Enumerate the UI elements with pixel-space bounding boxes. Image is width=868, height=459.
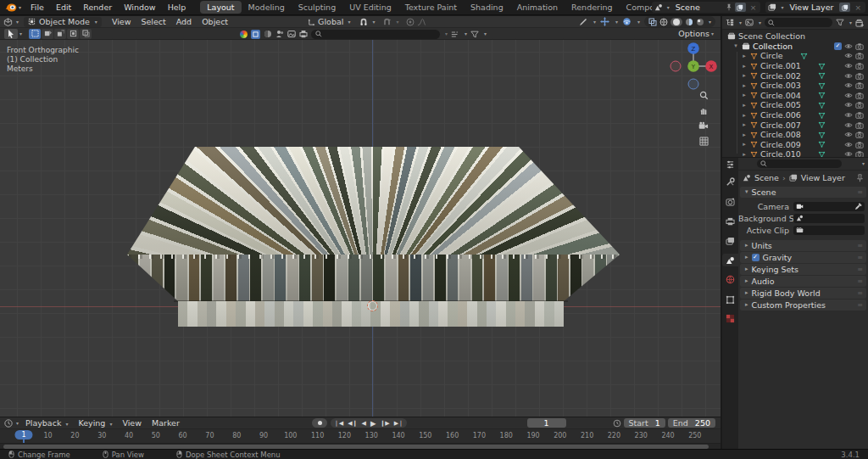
tab-scene[interactable] [722,254,738,266]
disable-render-camera-icon[interactable] [855,42,864,50]
disclosure-icon[interactable]: ▸ [741,92,748,98]
editor-type-icon[interactable] [3,18,13,26]
breadcrumb-scene[interactable]: Scene [754,173,779,182]
disclosure-icon[interactable]: ▸ [741,132,748,138]
logo-menu-caret-icon[interactable]: ▾ [19,5,21,10]
auto-keying-clock-icon[interactable] [613,419,621,428]
snap-magnet-icon[interactable] [359,18,368,26]
outliner-sync-icon[interactable] [745,19,754,26]
start-frame-field[interactable]: Start1 [624,418,665,428]
disable-render-camera-icon[interactable] [855,52,864,59]
frame-tick-200[interactable]: 200 [554,432,566,439]
funnel-filter-icon[interactable] [470,31,479,38]
hide-eye-icon[interactable] [844,62,853,70]
tab-object[interactable] [722,293,738,305]
frame-tick-250[interactable]: 250 [688,432,701,439]
filter-caret-icon[interactable]: ▾ [849,20,852,25]
snap-target-caret-icon[interactable]: ▾ [396,20,398,25]
timeline-menu-keying[interactable]: Keying ▾ [73,418,117,428]
viewport-menu-select[interactable]: Select [136,17,170,26]
gravity-checkbox[interactable]: ✓ [752,254,760,261]
zoom-button[interactable] [698,89,709,101]
tab-world[interactable] [722,273,738,286]
outliner-item-circle-006[interactable]: ▸Circle.006 [722,110,868,120]
disclosure-icon[interactable]: ▸ [741,121,748,128]
tool-caret-icon[interactable]: ▾ [19,31,22,36]
workspace-tab-shading[interactable]: Shading [464,1,510,14]
frame-tick-80[interactable]: 80 [232,432,241,439]
frame-tick-120[interactable]: 120 [338,432,351,439]
outliner-search-input[interactable] [765,18,832,27]
properties-editor-icon[interactable] [726,160,735,169]
disable-render-camera-icon[interactable] [855,141,864,148]
pan-hand-button[interactable] [698,104,709,116]
new-collection-icon[interactable] [855,19,865,27]
new-view-layer-button[interactable] [839,3,850,12]
blender-logo-icon[interactable] [5,3,17,13]
xray-toggle-icon[interactable] [648,18,657,26]
outliner-display-mode-icon[interactable] [726,19,734,26]
overlays-caret-icon[interactable]: ▾ [637,20,640,25]
scene-name[interactable]: Scene [672,3,723,12]
drag-grip-icon[interactable]: ≡ [857,301,863,309]
outliner-item-circle-002[interactable]: ▸Circle.002 [722,70,868,81]
tab-output[interactable] [722,215,738,227]
tab-render[interactable] [722,195,738,208]
select-mode-tweak[interactable] [29,29,41,39]
menu-render[interactable]: Render [77,3,118,12]
drag-grip-icon[interactable]: ≡ [857,266,863,273]
properties-options-caret-icon[interactable]: ▾ [862,161,865,166]
jump-to-start-button[interactable]: ❘◀ [334,420,343,427]
outliner-item-circle-003[interactable]: ▸Circle.003 [722,81,868,91]
gizmos-caret-icon[interactable]: ▾ [615,20,618,25]
filter-search-input[interactable] [311,30,440,39]
frame-tick-20[interactable]: 20 [70,432,79,439]
panel-units[interactable]: ▸Units≡ [740,240,866,251]
disclosure-icon[interactable]: ▸ [741,63,748,70]
panel-scene[interactable]: ▾ Scene ≡ [740,187,866,198]
viewport-menu-add[interactable]: Add [171,17,197,26]
camera-field[interactable] [793,202,865,211]
options-button[interactable]: Options ▾ [678,29,714,38]
printer-filter-icon[interactable] [299,30,308,38]
frame-tick-230[interactable]: 230 [635,432,648,439]
frame-tick-130[interactable]: 130 [365,432,378,439]
mode-selector[interactable]: Object Mode ▾ [24,17,102,27]
hide-eye-icon[interactable] [844,42,853,50]
frame-tick-100[interactable]: 100 [284,432,297,439]
frame-tick-180[interactable]: 180 [500,432,513,439]
drag-grip-icon[interactable]: ≡ [857,188,863,196]
gizmo-minus-z-ball[interactable] [688,79,698,89]
workspace-tab-modeling[interactable]: Modeling [242,1,292,14]
falloff-curve-icon[interactable] [417,18,426,26]
pin-icon[interactable] [726,3,732,11]
jump-to-end-button[interactable]: ▶❘ [394,420,403,427]
frame-tick-210[interactable]: 210 [581,432,593,439]
next-keyframe-button[interactable]: ❙▶ [380,420,389,427]
disclosure-icon[interactable]: ▸ [741,151,748,157]
disable-render-camera-icon[interactable] [855,81,864,89]
disable-render-camera-icon[interactable] [855,121,864,129]
outliner-collection[interactable]: ▾ Collection ✓ [722,42,868,52]
workspace-tab-texture-paint[interactable]: Texture Paint [398,1,464,14]
playhead-line[interactable] [23,439,25,443]
select-mode-new[interactable] [42,29,53,39]
workspace-tab-rendering[interactable]: Rendering [565,1,620,14]
proportional-editing-icon[interactable] [406,18,415,26]
pin-icon[interactable] [856,174,864,182]
workspace-tab-uv-editing[interactable]: UV Editing [342,1,398,14]
timeline-editor-caret-icon[interactable]: ▾ [16,421,19,426]
play-button[interactable]: ▶ [370,419,376,428]
disclosure-icon[interactable]: ▸ [741,112,748,119]
viewport-menu-view[interactable]: View [107,17,136,26]
current-frame-indicator[interactable]: 1 [14,430,32,439]
grid-toggle-button[interactable] [698,135,709,147]
gizmo-minus-x-ball[interactable] [670,61,681,71]
record-button[interactable] [312,418,327,428]
frame-tick-140[interactable]: 140 [392,432,404,439]
hide-eye-icon[interactable] [844,121,853,129]
new-scene-button[interactable] [735,3,746,12]
editor-type-caret-icon[interactable]: ▾ [16,20,19,25]
unlink-scene-icon[interactable]: × [748,3,759,12]
disclosure-icon[interactable]: ▸ [741,102,748,109]
